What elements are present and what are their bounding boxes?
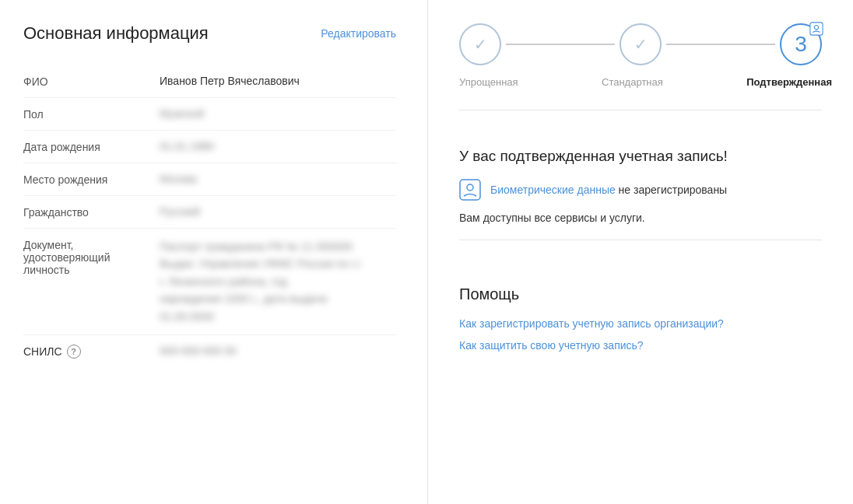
section-header: Основная информация Редактировать [23, 23, 396, 44]
table-row: Место рождения Москва [23, 163, 396, 196]
step-standard: ✓ [620, 23, 662, 65]
step-confirmed: 3 [780, 23, 822, 65]
progress-section: ✓ ✓ 3 [459, 23, 822, 110]
table-row: Документ,удостоверяющийличность Паспорт … [23, 229, 396, 335]
svg-rect-0 [810, 23, 823, 35]
check-icon-1: ✓ [474, 35, 487, 54]
fio-value: Иванов Петр Вячеславович [160, 75, 396, 87]
connector-2 [666, 44, 775, 45]
dob-value: 01.01.1980 [160, 140, 396, 152]
biometric-suffix: не зарегистрированы [616, 184, 727, 196]
document-value: Паспорт гражданина РФ № 11 000000Выдан: … [160, 238, 396, 325]
svg-rect-2 [460, 180, 480, 200]
table-row: Дата рождения 01.01.1980 [23, 131, 396, 163]
help-section: Помощь Как зарегистрировать учетную запи… [459, 264, 822, 361]
label-simplified: Упрощенная [459, 76, 518, 88]
pob-value: Москва [160, 173, 396, 185]
steps-row: ✓ ✓ 3 [459, 23, 822, 65]
table-row: Пол Мужской [23, 98, 396, 131]
connector-1 [506, 44, 615, 45]
edit-button[interactable]: Редактировать [321, 27, 396, 40]
snils-value: 000-000-000 00 [160, 345, 396, 357]
info-table: ФИО Иванов Петр Вячеславович Пол Мужской… [23, 65, 396, 368]
biometric-icon [459, 179, 481, 201]
help-link-org[interactable]: Как зарегистрировать учетную запись орга… [459, 317, 822, 330]
citizenship-value: Русский [160, 205, 396, 218]
right-panel: ✓ ✓ 3 [428, 0, 853, 504]
document-label: Документ,удостоверяющийличность [23, 238, 160, 276]
pol-value: Мужской [160, 107, 396, 120]
steps-labels: Упрощенная Стандартная Подтвержденная [459, 76, 822, 88]
dob-label: Дата рождения [23, 140, 160, 153]
confirmed-title: У вас подтвержденная учетная запись! [459, 148, 822, 165]
check-icon-2: ✓ [634, 35, 648, 54]
pol-label: Пол [23, 107, 160, 121]
label-standard: Стандартная [602, 76, 663, 88]
fio-label: ФИО [23, 75, 160, 88]
table-row: СНИЛС ? 000-000-000 00 [23, 335, 396, 368]
help-link-protect[interactable]: Как защитить свою учетную запись? [459, 339, 822, 352]
help-title: Помощь [459, 285, 822, 303]
confirmed-section: У вас подтвержденная учетная запись! Био… [459, 132, 822, 240]
label-confirmed: Подтвержденная [746, 76, 832, 88]
step-number: 3 [795, 32, 807, 57]
left-panel: Основная информация Редактировать ФИО Ив… [0, 0, 428, 504]
biometric-link[interactable]: Биометрические данные [490, 184, 616, 196]
services-text: Вам доступны все сервисы и услуги. [459, 212, 822, 224]
biometric-text: Биометрические данные не зарегистрирован… [490, 184, 727, 196]
snils-label-text: СНИЛС [23, 345, 62, 358]
snils-label-group: СНИЛС ? [23, 345, 160, 359]
table-row: Гражданство Русский [23, 196, 396, 229]
section-title: Основная информация [23, 23, 209, 44]
table-row: ФИО Иванов Петр Вячеславович [23, 65, 396, 98]
step-simplified: ✓ [459, 23, 501, 65]
biometric-badge-icon [809, 22, 823, 36]
pob-label: Место рождения [23, 173, 160, 186]
citizenship-label: Гражданство [23, 205, 160, 219]
snils-help-icon[interactable]: ? [67, 345, 81, 359]
biometric-row: Биометрические данные не зарегистрирован… [459, 179, 822, 201]
